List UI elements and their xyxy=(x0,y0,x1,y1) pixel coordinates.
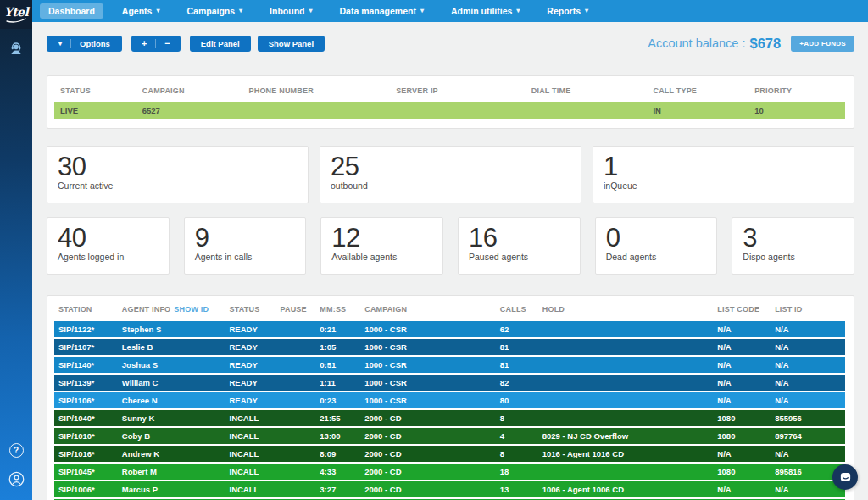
cell-pause xyxy=(275,428,315,444)
zoom-in-out-buttons[interactable]: + − xyxy=(131,36,181,52)
cell-list-id: N/A xyxy=(771,321,845,337)
stat-label: Dispo agents xyxy=(743,252,854,262)
cell-list-code: 1080 xyxy=(713,410,771,426)
edit-panel-button[interactable]: Edit Panel xyxy=(190,36,251,52)
stat-value: 30 xyxy=(58,153,308,181)
agent-row[interactable]: SIP/1006*Marcus PINCALL3:272000 - CD1310… xyxy=(54,481,845,497)
cell-agent: Coby B xyxy=(118,428,225,444)
cell-agent: Andrew K xyxy=(118,446,225,462)
column-header-campaign: CAMPAIGN xyxy=(360,300,496,321)
agent-headset-glyph xyxy=(8,40,25,57)
account-balance-amount: $678 xyxy=(750,36,782,52)
nav-item-campaigns[interactable]: Campaigns▾ xyxy=(178,3,251,19)
agent-row[interactable]: SIP/1139*William CREADY1:111000 - CSR82N… xyxy=(54,375,845,391)
column-header-hold: HOLD xyxy=(538,300,714,321)
nav-item-admin-utilities[interactable]: Admin utilities▾ xyxy=(442,3,528,19)
cell-list-id: N/A xyxy=(771,446,845,462)
cell-station: SIP/1040* xyxy=(54,410,118,426)
cell-call-type: IN xyxy=(647,102,748,119)
column-header-list-id: LIST ID xyxy=(771,300,845,321)
agent-row[interactable]: SIP/1106*Cheree NREADY0:231000 - CSR80N/… xyxy=(54,392,845,408)
cell-campaign: 6527 xyxy=(136,102,243,119)
cell-campaign: 1000 - CSR xyxy=(360,357,496,373)
nav-item-label: Inbound xyxy=(270,3,304,19)
cell-list-id: N/A xyxy=(771,392,845,408)
cell-calls: 8 xyxy=(496,410,538,426)
nav-item-label: Campaigns xyxy=(186,3,235,19)
cell-mmss: 0:23 xyxy=(315,392,360,408)
column-header-label: HOLD xyxy=(542,305,565,314)
cell-calls: 82 xyxy=(496,375,538,391)
stat-card-agents-in-calls: 9Agents in calls xyxy=(184,217,307,275)
cell-calls: 81 xyxy=(496,357,538,373)
cell-campaign: 1000 - CSR xyxy=(360,321,496,337)
agent-headset-icon[interactable] xyxy=(7,39,25,58)
nav-item-agents[interactable]: Agents▾ xyxy=(114,3,169,19)
nav-item-inbound[interactable]: Inbound▾ xyxy=(261,3,320,19)
cell-campaign: 1000 - CSR xyxy=(360,375,496,391)
column-header-label: STATION xyxy=(58,305,92,314)
help-glyph: ? xyxy=(14,446,19,455)
cell-pause xyxy=(275,375,315,391)
plus-icon[interactable]: + xyxy=(142,38,147,48)
cell-list-code: 1080 xyxy=(713,428,771,444)
column-header-label: MM:SS xyxy=(320,305,346,314)
stat-label: Dead agents xyxy=(606,252,717,262)
cell-pause xyxy=(275,392,315,408)
cell-mmss: 8:09 xyxy=(315,446,360,462)
nav-item-label: Dashboard xyxy=(48,3,95,19)
cell-hold xyxy=(538,321,714,337)
cell-agent: Cheree N xyxy=(118,392,225,408)
agent-row[interactable]: SIP/1016*Andrew KINCALL8:092000 - CD8101… xyxy=(54,446,845,462)
agent-row[interactable]: SIP/1107*Leslie BREADY1:051000 - CSR81N/… xyxy=(54,339,845,355)
cell-list-code: N/A xyxy=(713,481,771,497)
cell-station: SIP/1140* xyxy=(54,357,118,373)
chevron-down-icon: ▾ xyxy=(420,3,424,19)
agent-row[interactable]: SIP/1040*Sunny KINCALL21:552000 - CD8108… xyxy=(54,410,845,426)
nav-item-data-management[interactable]: Data management▾ xyxy=(331,3,432,19)
cell-hold xyxy=(538,357,714,373)
show-panel-button[interactable]: Show Panel xyxy=(258,36,325,52)
cell-status: READY xyxy=(225,375,276,391)
minus-icon[interactable]: − xyxy=(164,38,170,48)
cell-mmss: 3:27 xyxy=(315,481,360,497)
stat-card-agents-logged-in: 40Agents logged in xyxy=(47,217,170,275)
cell-status: INCALL xyxy=(225,428,276,444)
cell-list-id: 897764 xyxy=(771,428,845,444)
agent-row[interactable]: SIP/1140*Joshua SREADY0:511000 - CSR81N/… xyxy=(54,357,845,373)
agent-row[interactable]: SIP/1010*Coby BINCALL13:002000 - CD48029… xyxy=(54,428,845,444)
stats-row-agents: 40Agents logged in9Agents in calls12Avai… xyxy=(47,217,854,275)
cell-status: LIVE xyxy=(54,102,136,119)
cell-calls: 8 xyxy=(496,446,538,462)
cell-status: INCALL xyxy=(225,464,276,480)
stat-card-dead-agents: 0Dead agents xyxy=(595,217,718,275)
chat-button[interactable] xyxy=(832,464,858,490)
nav-item-dashboard[interactable]: Dashboard xyxy=(40,3,103,19)
cell-list-code: N/A xyxy=(713,357,771,373)
column-header-phone-number: PHONE NUMBER xyxy=(243,81,391,102)
campaign-live-row[interactable]: LIVE 6527 IN 10 xyxy=(54,102,845,119)
stat-value: 25 xyxy=(331,153,581,181)
cell-hold: 8029 - NJ CD Overflow xyxy=(538,428,714,444)
options-button[interactable]: ▾ Options xyxy=(47,36,122,52)
stat-label: Paused agents xyxy=(469,252,580,262)
profile-icon[interactable] xyxy=(7,469,25,488)
help-icon[interactable]: ? xyxy=(9,443,24,458)
cell-mmss: 4:33 xyxy=(315,464,360,480)
cell-campaign: 2000 - CD xyxy=(360,428,496,444)
button-divider xyxy=(70,39,71,48)
ytel-logo[interactable]: Ytel xyxy=(0,0,32,29)
show-id-link[interactable]: SHOW ID xyxy=(174,305,209,314)
cell-mmss: 13:00 xyxy=(315,428,360,444)
stat-label: Agents logged in xyxy=(58,252,169,262)
agent-table-panel: STATIONAGENT INFOSHOW IDSTATUSPAUSEMM:SS… xyxy=(47,295,854,500)
agent-row[interactable]: SIP/1122*Stephen SREADY0:211000 - CSR62N… xyxy=(54,321,845,337)
agent-row[interactable]: SIP/1045*Robert MINCALL4:332000 - CD1810… xyxy=(54,464,845,480)
add-funds-button[interactable]: +ADD FUNDS xyxy=(791,36,854,52)
nav-item-reports[interactable]: Reports▾ xyxy=(538,3,597,19)
chevron-down-icon: ▾ xyxy=(585,3,588,19)
stat-value: 12 xyxy=(331,225,442,252)
cell-list-id: 855956 xyxy=(771,410,845,426)
column-header-label: CALLS xyxy=(500,305,526,314)
cell-calls: 18 xyxy=(496,464,538,480)
